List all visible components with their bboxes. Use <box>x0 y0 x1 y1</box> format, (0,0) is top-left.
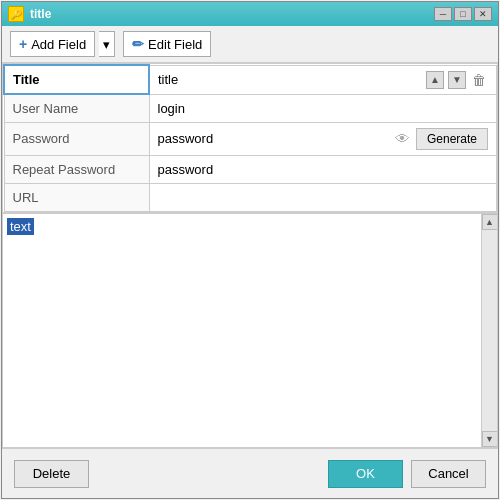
password-controls: password 👁 Generate <box>158 128 489 150</box>
minimize-button[interactable]: ─ <box>434 7 452 21</box>
cancel-button[interactable]: Cancel <box>411 460 486 488</box>
window-controls: ─ □ ✕ <box>434 7 492 21</box>
title-bar-left: 🔑 title <box>8 6 51 22</box>
table-row[interactable]: Title title ▲ ▼ 🗑 <box>4 65 497 94</box>
scroll-track <box>482 230 497 432</box>
close-button[interactable]: ✕ <box>474 7 492 21</box>
add-field-dropdown-button[interactable]: ▾ <box>99 31 115 57</box>
vertical-scrollbar: ▲ ▼ <box>481 214 497 448</box>
field-value-password: password 👁 Generate <box>149 122 497 155</box>
add-icon: + <box>19 36 27 52</box>
edit-icon: ✏ <box>132 36 144 52</box>
ok-button[interactable]: OK <box>328 460 403 488</box>
window-title: title <box>30 7 51 21</box>
content-area: text ▲ ▼ <box>2 213 498 449</box>
field-value-username: login <box>149 94 497 122</box>
field-value-title: title ▲ ▼ 🗑 <box>149 65 497 94</box>
table-row[interactable]: Password password 👁 Generate <box>4 122 497 155</box>
show-password-icon[interactable]: 👁 <box>395 130 410 147</box>
field-label-username: User Name <box>4 94 149 122</box>
app-icon: 🔑 <box>8 6 24 22</box>
main-window: 🔑 title ─ □ ✕ + Add Field ▾ ✏ Edit Field <box>1 1 499 499</box>
add-field-button[interactable]: + Add Field <box>10 31 95 57</box>
scroll-down-button[interactable]: ▼ <box>482 431 498 447</box>
table-row[interactable]: User Name login <box>4 94 497 122</box>
generate-password-button[interactable]: Generate <box>416 128 488 150</box>
fields-table-wrapper: Title title ▲ ▼ 🗑 User Name <box>2 63 498 213</box>
delete-button[interactable]: Delete <box>14 460 89 488</box>
field-label-title: Title <box>4 65 149 94</box>
text-highlight: text <box>7 218 34 235</box>
toolbar: + Add Field ▾ ✏ Edit Field <box>2 26 498 63</box>
fields-table: Title title ▲ ▼ 🗑 User Name <box>3 64 497 212</box>
table-row[interactable]: URL <box>4 183 497 211</box>
maximize-button[interactable]: □ <box>454 7 472 21</box>
table-row[interactable]: Repeat Password password <box>4 155 497 183</box>
edit-field-label: Edit Field <box>148 37 202 52</box>
field-label-password: Password <box>4 122 149 155</box>
scroll-up-button[interactable]: ▲ <box>482 214 498 230</box>
footer-right: OK Cancel <box>328 460 486 488</box>
delete-row-button[interactable]: 🗑 <box>470 71 488 89</box>
field-label-url: URL <box>4 183 149 211</box>
move-up-button[interactable]: ▲ <box>426 71 444 89</box>
footer: Delete OK Cancel <box>2 448 498 498</box>
row-controls: title ▲ ▼ 🗑 <box>158 71 488 89</box>
add-field-label: Add Field <box>31 37 86 52</box>
move-down-button[interactable]: ▼ <box>448 71 466 89</box>
edit-field-button[interactable]: ✏ Edit Field <box>123 31 211 57</box>
dropdown-chevron-icon: ▾ <box>103 37 110 52</box>
text-area-section: text ▲ ▼ <box>2 213 498 449</box>
text-area[interactable]: text <box>3 214 481 448</box>
field-label-repeat-password: Repeat Password <box>4 155 149 183</box>
title-bar: 🔑 title ─ □ ✕ <box>2 2 498 26</box>
field-value-url <box>149 183 497 211</box>
field-value-repeat-password: password <box>149 155 497 183</box>
